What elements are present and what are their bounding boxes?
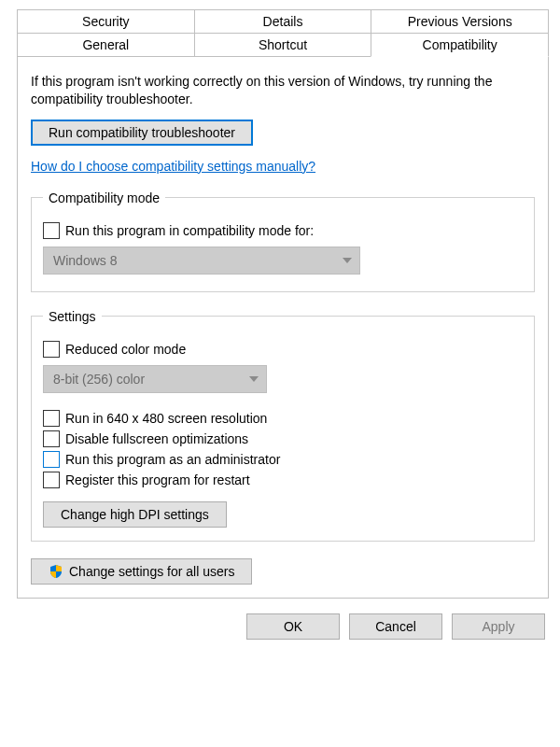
compatibility-mode-legend: Compatibility mode (43, 190, 165, 205)
tab-details[interactable]: Details (194, 9, 372, 34)
compatibility-mode-group: Compatibility mode Run this program in c… (31, 190, 535, 292)
dialog-footer: OK Cancel Apply (17, 599, 549, 640)
reduced-color-checkbox[interactable] (43, 341, 60, 358)
tab-previous-versions[interactable]: Previous Versions (371, 9, 549, 34)
settings-group: Settings Reduced color mode 8-bit (256) … (31, 309, 535, 542)
register-restart-label: Register this program for restart (65, 472, 250, 487)
intro-text: If this program isn't working correctly … (31, 73, 535, 108)
disable-fullscreen-checkbox[interactable] (43, 430, 60, 447)
shield-icon (49, 564, 63, 579)
settings-legend: Settings (43, 309, 102, 324)
ok-button[interactable]: OK (246, 613, 340, 640)
compatibility-panel: If this program isn't working correctly … (17, 56, 549, 599)
apply-button[interactable]: Apply (452, 613, 545, 640)
run-compatibility-troubleshooter-button[interactable]: Run compatibility troubleshooter (31, 120, 253, 146)
run-640-label: Run in 640 x 480 screen resolution (65, 411, 267, 426)
compat-mode-checkbox[interactable] (43, 222, 60, 239)
change-settings-all-users-button[interactable]: Change settings for all users (31, 558, 252, 585)
register-restart-checkbox[interactable] (43, 472, 60, 488)
compat-mode-select: Windows 8 (43, 247, 360, 275)
tab-security[interactable]: Security (17, 9, 195, 34)
run-as-admin-label: Run this program as an administrator (65, 452, 280, 467)
run-as-admin-checkbox[interactable] (43, 451, 60, 468)
tab-strip: Security Details Previous Versions Gener… (17, 9, 549, 57)
tab-shortcut[interactable]: Shortcut (194, 33, 372, 57)
compat-mode-label: Run this program in compatibility mode f… (65, 223, 314, 238)
tab-compatibility[interactable]: Compatibility (371, 33, 549, 57)
cancel-button[interactable]: Cancel (349, 613, 442, 640)
reduced-color-label: Reduced color mode (65, 342, 186, 357)
color-mode-select: 8-bit (256) color (43, 365, 267, 393)
run-640-checkbox[interactable] (43, 410, 60, 427)
tab-general[interactable]: General (17, 33, 195, 57)
chevron-down-icon (249, 376, 259, 382)
change-high-dpi-button[interactable]: Change high DPI settings (43, 501, 227, 528)
help-link[interactable]: How do I choose compatibility settings m… (31, 159, 315, 174)
chevron-down-icon (343, 258, 352, 263)
disable-fullscreen-label: Disable fullscreen optimizations (65, 431, 248, 446)
